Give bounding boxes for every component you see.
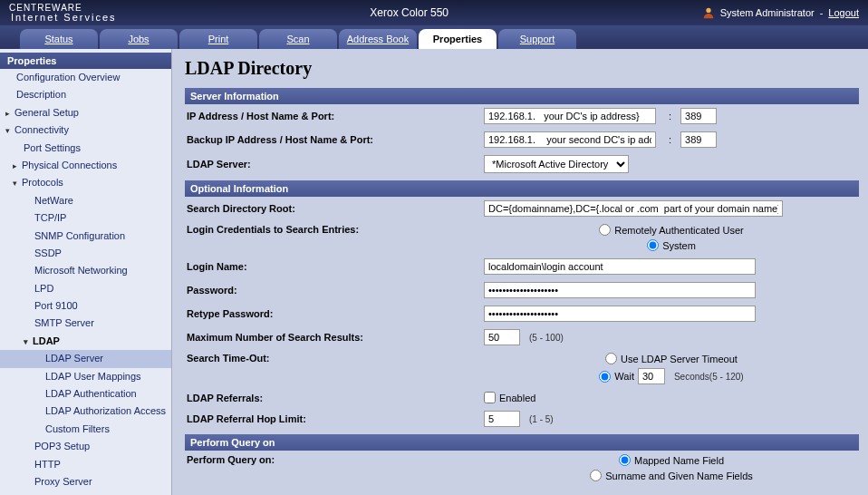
radio-remote-user[interactable] <box>599 224 611 236</box>
radio-label-wait: Wait <box>614 371 634 382</box>
sidebar-item-proxy[interactable]: Proxy Server <box>0 473 171 490</box>
sidebar-item-port9100[interactable]: Port 9100 <box>0 297 171 315</box>
sidebar-item-ldap-mappings[interactable]: LDAP User Mappings <box>0 368 171 385</box>
label-retype-password: Retype Password: <box>185 308 484 319</box>
sidebar-item-physical-connections[interactable]: Physical Connections <box>0 157 171 174</box>
backup-ip-input[interactable] <box>484 131 656 148</box>
label-max-results: Maximum Number of Search Results: <box>185 332 484 343</box>
label-backup-ip: Backup IP Address / Host Name & Port: <box>185 134 484 145</box>
sidebar-item-ipp[interactable]: IPP <box>0 490 171 495</box>
section-optional-info: Optional Information <box>185 180 859 197</box>
radio-label-mapped: Mapped Name Field <box>634 455 724 466</box>
radio-system[interactable] <box>647 239 659 251</box>
page-title: LDAP Directory <box>185 58 859 79</box>
sidebar-item-ldap[interactable]: LDAP <box>0 333 171 350</box>
port-input[interactable] <box>680 108 717 124</box>
checkbox-referrals-enabled[interactable] <box>484 392 496 403</box>
tab-scan[interactable]: Scan <box>259 29 337 49</box>
retype-password-input[interactable] <box>484 306 756 322</box>
ldap-server-select[interactable]: *Microsoft Active Directory <box>484 155 629 173</box>
search-root-input[interactable] <box>484 200 783 217</box>
sidebar-item-connectivity[interactable]: Connectivity <box>0 121 171 139</box>
sidebar-item-tcpip[interactable]: TCP/IP <box>0 209 171 227</box>
svg-point-0 <box>706 8 710 13</box>
section-perform-query: Perform Query on <box>185 434 859 451</box>
sidebar: Properties Configuration Overview Descri… <box>0 49 172 495</box>
brand-line2: Internet Services <box>11 13 117 23</box>
label-referrals: LDAP Referrals: <box>185 393 484 403</box>
sidebar-item-ldap-authorization[interactable]: LDAP Authorization Access <box>0 403 171 420</box>
radio-surname-given[interactable] <box>590 470 602 481</box>
radio-label-use-timeout: Use LDAP Server Timeout <box>621 354 738 364</box>
tab-jobs[interactable]: Jobs <box>100 29 178 49</box>
radio-wait[interactable] <box>599 371 611 383</box>
radio-mapped-name[interactable] <box>619 454 631 466</box>
tab-properties[interactable]: Properties <box>419 29 497 49</box>
backup-port-input[interactable] <box>680 131 717 148</box>
hint-max-results: (5 - 100) <box>529 333 564 343</box>
radio-label-system: System <box>662 240 696 251</box>
brand-line1: CENTREWARE <box>9 4 117 13</box>
ip-input[interactable] <box>484 108 656 124</box>
brand: CENTREWARE Internet Services <box>9 4 117 23</box>
sidebar-item-netware[interactable]: NetWare <box>0 192 171 209</box>
tab-status[interactable]: Status <box>20 29 98 49</box>
label-search-root: Search Directory Root: <box>185 203 484 214</box>
label-password: Password: <box>185 285 484 296</box>
content: LDAP Directory Server Information IP Add… <box>172 49 868 495</box>
sidebar-item-ssdp[interactable]: SSDP <box>0 245 171 262</box>
sidebar-item-protocols[interactable]: Protocols <box>0 174 171 191</box>
label-perform-query-on: Perform Query on: <box>185 454 484 465</box>
sidebar-item-snmp[interactable]: SNMP Configuration <box>0 228 171 245</box>
hint-wait: Seconds(5 - 120) <box>674 372 744 382</box>
sidebar-header: Properties <box>0 53 171 69</box>
hint-hop: (1 - 5) <box>529 414 554 424</box>
logout-link[interactable]: Logout <box>828 7 859 18</box>
label-hop-limit: LDAP Referral Hop Limit: <box>185 413 484 424</box>
sidebar-item-custom-filters[interactable]: Custom Filters <box>0 421 171 438</box>
tab-address-book[interactable]: Address Book <box>339 29 417 49</box>
section-server-info: Server Information <box>185 88 859 104</box>
product-name: Xerox Color 550 <box>117 6 702 19</box>
sidebar-item-msnet[interactable]: Microsoft Networking <box>0 262 171 279</box>
label-login-name: Login Name: <box>185 261 484 272</box>
top-bar: CENTREWARE Internet Services Xerox Color… <box>0 0 868 25</box>
radio-label-remote: Remotely Authenticated User <box>614 225 743 236</box>
sidebar-item-ldap-authentication[interactable]: LDAP Authentication <box>0 385 171 403</box>
user-label: System Administrator <box>720 7 815 18</box>
max-results-input[interactable] <box>484 329 520 345</box>
user-icon <box>702 6 715 19</box>
wait-seconds-input[interactable] <box>638 368 665 384</box>
tab-support[interactable]: Support <box>498 29 576 49</box>
tab-print[interactable]: Print <box>179 29 257 49</box>
tab-bar: Status Jobs Print Scan Address Book Prop… <box>0 25 868 49</box>
password-input[interactable] <box>484 282 756 298</box>
sidebar-item-ldap-server[interactable]: LDAP Server <box>0 350 171 367</box>
sidebar-item-pop3[interactable]: POP3 Setup <box>0 438 171 455</box>
checkbox-label-enabled: Enabled <box>499 393 535 403</box>
hop-limit-input[interactable] <box>484 411 520 427</box>
label-ldap-server: LDAP Server: <box>185 159 484 170</box>
sidebar-item-lpd[interactable]: LPD <box>0 280 171 297</box>
login-name-input[interactable] <box>484 258 756 275</box>
sidebar-item-port-settings[interactable]: Port Settings <box>0 140 171 157</box>
sidebar-item-http[interactable]: HTTP <box>0 456 171 473</box>
label-search-timeout: Search Time-Out: <box>185 353 484 364</box>
label-ip: IP Address / Host Name & Port: <box>185 111 484 121</box>
radio-label-surname: Surname and Given Name Fields <box>605 471 753 481</box>
label-login-credentials: Login Credentials to Search Entries: <box>185 224 484 235</box>
sidebar-item-config-overview[interactable]: Configuration Overview <box>0 69 171 86</box>
sidebar-item-description[interactable]: Description <box>0 86 171 103</box>
sidebar-item-general-setup[interactable]: General Setup <box>0 104 171 121</box>
sidebar-item-smtp[interactable]: SMTP Server <box>0 315 171 332</box>
user-area: System Administrator - Logout <box>702 6 859 19</box>
radio-use-ldap-timeout[interactable] <box>605 353 617 364</box>
